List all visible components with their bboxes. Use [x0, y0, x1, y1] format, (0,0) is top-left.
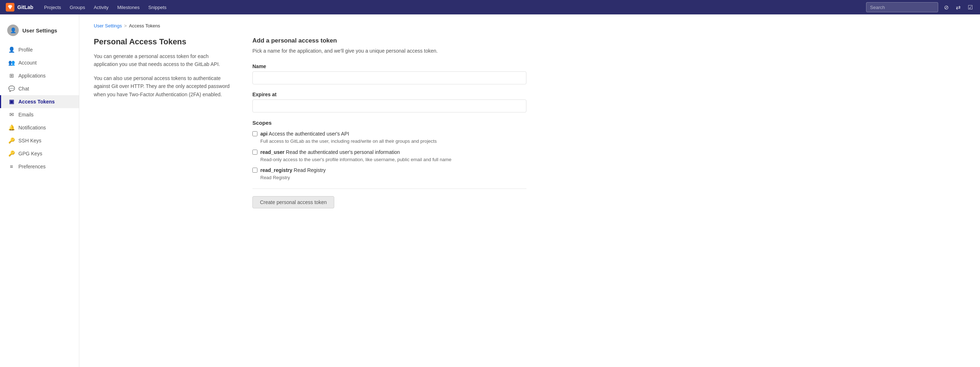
- emails-icon: ✉: [8, 111, 15, 118]
- page-columns: Personal Access Tokens You can generate …: [94, 37, 966, 208]
- form-section-title: Add a personal access token: [252, 37, 527, 44]
- nav-right: ⊘ ⇄ ☑: [866, 2, 974, 12]
- name-label: Name: [252, 64, 527, 69]
- profile-icon: 👤: [8, 46, 15, 53]
- merge-request-icon[interactable]: ⇄: [955, 3, 962, 12]
- scope-read-user-label[interactable]: read_user Read the authenticated user's …: [260, 149, 400, 155]
- nav-links: Projects Groups Activity Milestones Snip…: [40, 3, 859, 11]
- applications-icon: ⊞: [8, 73, 15, 79]
- scope-read-user-row: read_user Read the authenticated user's …: [252, 149, 527, 155]
- scope-read-registry-description: Read Registry: [252, 174, 527, 181]
- left-column: Personal Access Tokens You can generate …: [94, 37, 231, 208]
- scope-api-label-suffix: Access the authenticated user's API: [267, 131, 349, 137]
- account-icon: 👥: [8, 59, 15, 66]
- description-para-1: You can generate a personal access token…: [94, 52, 231, 68]
- page-title: Personal Access Tokens: [94, 37, 231, 46]
- sidebar-item-applications[interactable]: ⊞ Applications: [0, 69, 79, 82]
- sidebar-item-label: Access Tokens: [18, 99, 55, 105]
- scope-read-user: read_user Read the authenticated user's …: [252, 149, 527, 163]
- sidebar-item-label: Notifications: [18, 125, 46, 130]
- access-tokens-icon: ▣: [8, 99, 15, 105]
- sidebar-item-profile[interactable]: 👤 Profile: [0, 43, 79, 56]
- nav-milestones[interactable]: Milestones: [114, 3, 143, 11]
- nav-groups[interactable]: Groups: [66, 3, 89, 11]
- sidebar: 👤 User Settings 👤 Profile 👥 Account ⊞ Ap…: [0, 14, 80, 367]
- sidebar-item-notifications[interactable]: 🔔 Notifications: [0, 121, 79, 134]
- token-name-input[interactable]: [252, 71, 527, 84]
- breadcrumb-parent[interactable]: User Settings: [94, 23, 122, 29]
- scope-api: api Access the authenticated user's API …: [252, 131, 527, 145]
- notifications-icon: 🔔: [8, 124, 15, 131]
- scope-read-registry-checkbox[interactable]: [252, 168, 258, 173]
- sidebar-item-label: Preferences: [18, 164, 45, 170]
- scope-api-checkbox[interactable]: [252, 131, 258, 136]
- expires-label: Expires at: [252, 92, 527, 97]
- scopes-title: Scopes: [252, 120, 527, 126]
- sidebar-item-access-tokens[interactable]: ▣ Access Tokens: [0, 95, 79, 108]
- brand-name: GitLab: [17, 4, 33, 10]
- right-column: Add a personal access token Pick a name …: [252, 37, 527, 208]
- scope-read-registry-label-suffix: Read Registry: [293, 167, 326, 173]
- scope-read-user-description: Read-only access to the user's profile i…: [252, 156, 527, 163]
- sidebar-header: 👤 User Settings: [0, 20, 79, 43]
- scope-read-user-label-suffix: Read the authenticated user's personal i…: [285, 149, 400, 155]
- description-para-2: You can also use personal access tokens …: [94, 74, 231, 99]
- sidebar-item-account[interactable]: 👥 Account: [0, 56, 79, 69]
- main-content: User Settings > Access Tokens Personal A…: [80, 14, 980, 367]
- logo-area[interactable]: GitLab: [6, 3, 33, 11]
- sidebar-item-label: Chat: [18, 86, 29, 92]
- scope-read-registry-row: read_registry Read Registry: [252, 167, 527, 173]
- create-token-button[interactable]: Create personal access token: [252, 196, 334, 208]
- scope-api-label[interactable]: api Access the authenticated user's API: [260, 131, 349, 137]
- sidebar-item-emails[interactable]: ✉ Emails: [0, 108, 79, 121]
- sidebar-item-preferences[interactable]: ≡ Preferences: [0, 160, 79, 173]
- scope-read-registry-name: read_registry: [260, 167, 293, 173]
- breadcrumb-current: Access Tokens: [129, 23, 160, 29]
- sidebar-item-chat[interactable]: 💬 Chat: [0, 82, 79, 95]
- sidebar-item-label: Account: [18, 60, 37, 66]
- sidebar-item-label: Emails: [18, 112, 33, 118]
- sidebar-item-label: GPG Keys: [18, 151, 42, 156]
- sidebar-title: User Settings: [22, 27, 57, 33]
- sidebar-item-ssh-keys[interactable]: 🔑 SSH Keys: [0, 134, 79, 147]
- sidebar-item-label: Applications: [18, 73, 46, 79]
- breadcrumb-separator: >: [124, 23, 127, 29]
- sidebar-item-label: SSH Keys: [18, 138, 41, 143]
- scope-read-user-checkbox[interactable]: [252, 149, 258, 155]
- search-input[interactable]: [866, 2, 938, 12]
- name-field-group: Name: [252, 64, 527, 84]
- scope-read-registry: read_registry Read Registry Read Registr…: [252, 167, 527, 181]
- sidebar-nav: 👤 Profile 👥 Account ⊞ Applications 💬 Cha…: [0, 43, 79, 173]
- sidebar-item-label: Profile: [18, 47, 33, 52]
- chat-icon: 💬: [8, 86, 15, 92]
- form-divider: [252, 189, 527, 189]
- scopes-group: Scopes api Access the authenticated user…: [252, 120, 527, 181]
- avatar: 👤: [7, 24, 19, 36]
- form-subtitle: Pick a name for the application, and we'…: [252, 47, 527, 55]
- gpg-key-icon: 🔑: [8, 150, 15, 157]
- preferences-icon: ≡: [8, 163, 15, 170]
- ssh-key-icon: 🔑: [8, 137, 15, 144]
- scope-api-name: api: [260, 131, 267, 137]
- token-expires-input[interactable]: [252, 100, 527, 113]
- scope-api-description: Full access to GitLab as the user, inclu…: [252, 138, 527, 145]
- nav-snippets[interactable]: Snippets: [145, 3, 170, 11]
- gitlab-logo-icon: [6, 3, 14, 11]
- todo-icon[interactable]: ☑: [966, 3, 974, 12]
- expires-field-group: Expires at: [252, 92, 527, 113]
- page-layout: 👤 User Settings 👤 Profile 👥 Account ⊞ Ap…: [0, 14, 980, 367]
- scope-api-row: api Access the authenticated user's API: [252, 131, 527, 137]
- breadcrumb: User Settings > Access Tokens: [94, 23, 966, 29]
- top-navigation: GitLab Projects Groups Activity Mileston…: [0, 0, 980, 14]
- scope-read-user-name: read_user: [260, 149, 285, 155]
- nav-activity[interactable]: Activity: [90, 3, 112, 11]
- nav-projects[interactable]: Projects: [40, 3, 65, 11]
- issue-icon[interactable]: ⊘: [942, 3, 950, 12]
- scope-read-registry-label[interactable]: read_registry Read Registry: [260, 167, 326, 173]
- sidebar-item-gpg-keys[interactable]: 🔑 GPG Keys: [0, 147, 79, 160]
